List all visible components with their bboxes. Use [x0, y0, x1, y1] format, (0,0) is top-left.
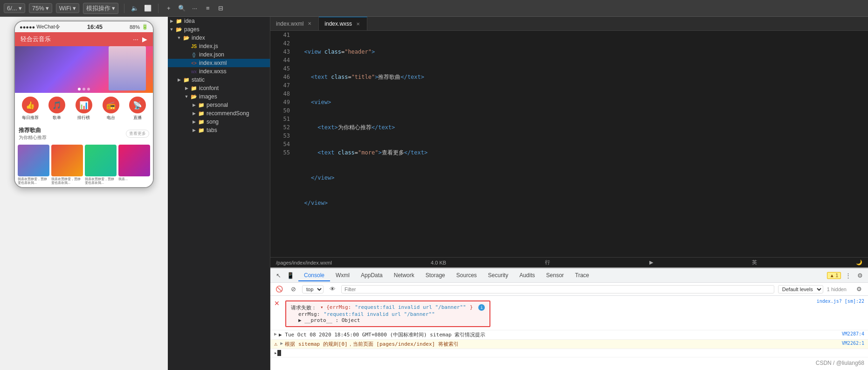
console-settings-icon[interactable]: ⚙ [854, 284, 864, 294]
devtools-tab-audits[interactable]: Audits [514, 270, 540, 281]
search-icon[interactable]: 🔍 [177, 4, 186, 13]
zoom-dropdown[interactable]: 75% ▾ [29, 3, 52, 13]
tree-item-indexwxss[interactable]: wx index.wxss [168, 67, 270, 76]
phone-nav-icon1[interactable]: ··· [133, 35, 138, 43]
icon-live[interactable]: 📡 直播 [129, 97, 146, 121]
error-line-1: 请求失败： ▾ {errMsg: "request:fail invalid u… [291, 304, 485, 311]
section-more-btn[interactable]: 查看更多 [126, 130, 149, 138]
devtools-more-icon[interactable]: ⋮ [843, 270, 853, 280]
devtools-tabs-row: Console Wxml AppData Network Storage Sou… [298, 270, 824, 281]
device-icon[interactable]: 📱 [285, 270, 296, 280]
devtools-tab-sources[interactable]: Sources [451, 270, 482, 281]
error-icon: ✕ [274, 300, 280, 307]
sitemap-arrow[interactable]: ▶ [274, 331, 277, 336]
error-row: ✕ 请求失败： ▾ {errMsg: "request:fail invalid… [270, 298, 868, 330]
icon-daily[interactable]: 👍 每日推荐 [22, 97, 39, 121]
warning-row: ⚠ ▶ 根据 sitemap 的规则[0]，当前页面 [pages/index/… [270, 340, 868, 349]
tree-item-pages[interactable]: ▼ 📂 pages [168, 25, 270, 34]
devtools-tab-appdata[interactable]: AppData [355, 270, 388, 281]
console-filter[interactable] [341, 285, 774, 293]
json-icon: {} [190, 52, 198, 57]
battery-pct: 88% [130, 24, 140, 30]
arrow-song: ▶ [190, 119, 198, 124]
devtools-tab-storage[interactable]: Storage [420, 270, 451, 281]
icon-radio[interactable]: 📻 电台 [103, 97, 119, 121]
error-source[interactable]: index.js? [sm]:22 [817, 299, 864, 304]
error-line-2: errMsg: "request:fail invalid url "/bann… [298, 311, 485, 317]
file-path: /pages/index/index.wxml [276, 260, 332, 265]
tree-item-song[interactable]: ▶ 📁 song [168, 118, 270, 126]
tree-item-static[interactable]: ▶ 📁 static [168, 76, 270, 84]
wifi-chevron: ▾ [73, 5, 76, 12]
phone-nav-icon2[interactable]: ▶ [142, 35, 147, 43]
tab-wxml-close[interactable]: ✕ [306, 21, 313, 27]
tree-item-indexwxml[interactable]: <> index.wxml [168, 59, 270, 67]
song-img-2 [51, 145, 83, 176]
split-icon[interactable]: ⊟ [216, 4, 226, 13]
path-dropdown[interactable]: 6/... ▾ [4, 3, 25, 13]
battery-icon: 🔋 [142, 24, 148, 30]
song-item-3[interactable]: 我喜欢贾静雯，贾静雯也喜欢我... [85, 145, 117, 185]
devtools-tab-sensor[interactable]: Sensor [541, 270, 570, 281]
input-arrow: ▸ [274, 350, 277, 356]
eye-icon[interactable]: 👁 [327, 284, 338, 294]
code-line-44: <text>为你精心推荐</text> [297, 123, 868, 132]
sitemap-source[interactable]: VM2287:4 [842, 331, 864, 336]
arrow-pages: ▼ [168, 27, 175, 32]
editor-status: /pages/index/index.wxml 4.0 KB 行 ▶ 英 🌙 [270, 257, 868, 267]
dot-2 [83, 88, 85, 91]
add-icon[interactable]: + [164, 4, 173, 13]
tree-label-indexwxml: index.wxml [199, 60, 270, 66]
main-area: ●●●●● WeChat令 16:45 88% 🔋 轻合云音乐 ··· ▶ [0, 17, 868, 370]
menu-icon[interactable]: ≡ [203, 4, 213, 13]
devtools-tab-trace[interactable]: Trace [570, 270, 595, 281]
clear-console-icon[interactable]: 🚫 [274, 284, 284, 294]
tab-wxss-close[interactable]: ✕ [355, 21, 361, 27]
tree-item-indexjson[interactable]: {} index.json [168, 50, 270, 59]
devtools-tab-console[interactable]: Console [298, 270, 330, 281]
tab-wxml[interactable]: index.wxml ✕ [270, 17, 319, 30]
tree-label-song: song [207, 119, 270, 125]
song-text-2: 我喜欢贾静雯，贾静雯也喜欢我... [51, 177, 83, 185]
phone-signal: ●●●●● WeChat令 [20, 23, 60, 30]
context-select[interactable]: top [302, 285, 324, 293]
icon-songlist[interactable]: 🎵 歌单 [48, 97, 65, 121]
warning-arrow[interactable]: ▶ [280, 341, 283, 346]
tab-wxss[interactable]: index.wxss ✕ [319, 17, 367, 30]
tree-item-idea[interactable]: ▶ 📁 idea [168, 17, 270, 25]
devtools-tab-security[interactable]: Security [482, 270, 514, 281]
inspect-icon[interactable]: ↖ [273, 270, 283, 280]
sitemap-text: ▶ Tue Oct 08 2020 18:45:00 GMT+0800 (中国标… [279, 331, 485, 338]
ln-50: 50 [274, 106, 290, 115]
radio-icon: 📻 [103, 97, 119, 113]
tree-item-indexjs[interactable]: JS index.js [168, 42, 270, 50]
folder-pages-icon: 📂 [175, 27, 183, 33]
tree-item-recomm[interactable]: ▶ 📁 recommendSong [168, 109, 270, 118]
code-line-41: <view class="header"> [297, 48, 868, 56]
wifi-dropdown[interactable]: WiFi ▾ [56, 3, 79, 13]
tree-item-tabs[interactable]: ▶ 📁 tabs [168, 126, 270, 134]
fullscreen-icon[interactable]: ⬜ [143, 4, 152, 13]
phone-simulator: ●●●●● WeChat令 16:45 88% 🔋 轻合云音乐 ··· ▶ [14, 21, 154, 188]
speaker-icon[interactable]: 🔈 [130, 4, 139, 13]
tree-item-images[interactable]: ▼ 📂 images [168, 92, 270, 101]
tree-item-personal[interactable]: ▶ 📁 personal [168, 101, 270, 109]
level-select[interactable]: Default levels [778, 285, 823, 293]
tree-item-index[interactable]: ▼ 📂 index [168, 34, 270, 42]
devtools-settings-icon[interactable]: ⚙ [855, 270, 865, 280]
warning-source[interactable]: VM2262:1 [842, 341, 864, 346]
devtools-tab-network[interactable]: Network [388, 270, 420, 281]
song-item-4[interactable]: 我喜... [118, 145, 150, 185]
song-item-1[interactable]: 我喜欢贾静雯，贾静雯也喜欢我... [18, 145, 49, 185]
song-item-2[interactable]: 我喜欢贾静雯，贾静雯也喜欢我... [51, 145, 83, 185]
input-row[interactable]: ▸ [270, 349, 868, 357]
stop-icon[interactable]: ⊘ [288, 284, 298, 294]
devtools-tab-wxml[interactable]: Wxml [330, 270, 355, 281]
sim-dropdown[interactable]: 模拟操作 ▾ [83, 3, 118, 14]
code-area[interactable]: <view class="header"> <text class="title… [294, 31, 868, 257]
icon-rank[interactable]: 📊 排行榜 [76, 97, 92, 121]
phone-icons-row: 👍 每日推荐 🎵 歌单 📊 排行榜 📻 电台 📡 直播 [15, 93, 153, 125]
more-icon[interactable]: ··· [190, 4, 200, 13]
tree-item-iconfont[interactable]: ▶ 📁 iconfont [168, 84, 270, 92]
code-line-48 [297, 224, 868, 232]
